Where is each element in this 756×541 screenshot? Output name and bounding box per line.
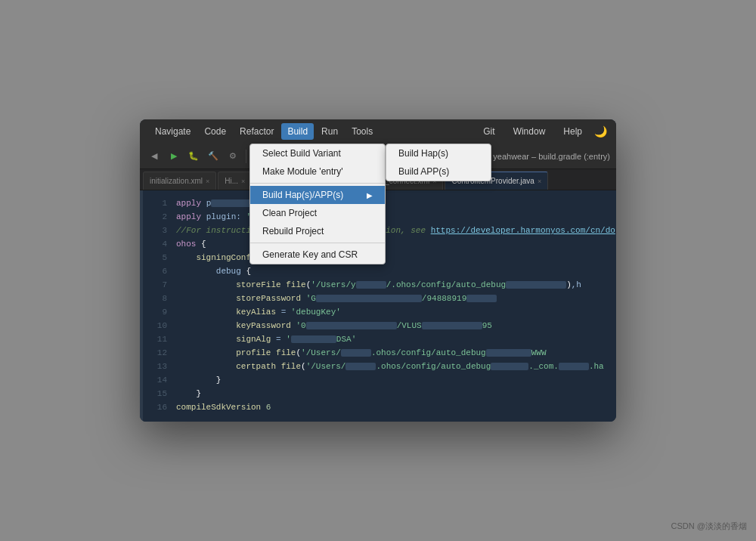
menu-item-rebuild-project[interactable]: Rebuild Project [250,222,385,240]
tab-hi[interactable]: Hi... × [218,172,252,190]
run-button[interactable]: ▶ [166,148,182,165]
code-line-13: certpath file('/Users/.ohos/config/auto_… [176,360,616,373]
menu-code[interactable]: Code [198,123,232,140]
code-line-2: apply plugin: 'com.huawei.ohos.hcctest' [176,210,616,224]
code-line-16: compileSdkVersion 6 [176,400,616,414]
menu-item-build-hap-app[interactable]: Build Hap(s)/APP(s) ▶ [250,186,385,204]
debug-button[interactable]: 🐛 [185,148,202,165]
menu-item-make-module[interactable]: Make Module 'entry' [250,162,385,181]
code-line-10: keyPassword '0/VLUS95 [176,319,616,332]
menu-navigate[interactable]: Navigate [149,123,197,140]
code-line-14: } [176,373,616,387]
menu-item-generate-key[interactable]: Generate Key and CSR [250,246,385,264]
menu-build[interactable]: Build [281,123,314,140]
menu-sep-2 [250,243,385,243]
line-numbers: 12345 678910 1112131415 16 [143,190,170,422]
dark-mode-icon[interactable]: 🌙 [594,125,607,138]
close-tab-hi[interactable]: × [241,178,245,185]
submenu-item-build-hap[interactable]: Build Hap(s) [386,144,491,162]
menu-git[interactable]: Git [477,123,500,140]
build-menu[interactable]: Select Build Variant Make Module 'entry'… [249,144,386,264]
code-line-11: signAlg = 'DSA' [176,332,616,346]
menu-sep-1 [250,183,385,184]
code-line-3: //For instructions on signature configur… [176,224,616,237]
menubar: Navigate Code Refactor Build Run Tools G… [140,119,616,144]
code-line-5: signingConfigs { [176,251,616,264]
build-button[interactable]: 🔨 [205,148,222,165]
submenu-arrow-icon: ▶ [367,191,373,199]
window-title: yeahwear – build.gradle (:entry) [493,152,610,161]
code-line-15: } [176,387,616,400]
watermark: CSDN @淡淡的香烟 [671,521,747,532]
submenu-item-build-app[interactable]: Build APP(s) [386,162,491,181]
code-editor[interactable]: apply p'p' apply plugin: 'com.huawei.oho… [170,190,616,422]
menu-tools[interactable]: Tools [345,123,379,140]
code-line-9: keyAlias = 'debugKey' [176,305,616,319]
code-line-1: apply p'p' [176,196,616,210]
code-line-12: profile file('/Users/.ohos/config/auto_d… [176,346,616,360]
menu-item-clean-project[interactable]: Clean Project [250,204,385,222]
tab-initialization[interactable]: initialization.xml × [143,172,216,190]
build-hap-submenu[interactable]: Build Hap(s) Build APP(s) [386,144,491,181]
menu-refactor[interactable]: Refactor [234,123,280,140]
menu-help[interactable]: Help [557,123,588,140]
close-tab-initialization[interactable]: × [206,178,209,185]
code-line-6: debug { [176,264,616,278]
menu-item-select-build-variant[interactable]: Select Build Variant [250,144,385,162]
menu-window[interactable]: Window [507,123,552,140]
code-line-4: ohos { [176,237,616,251]
back-button[interactable]: ◀ [146,148,163,165]
code-line-8: storePassword 'G/94888919 [176,292,616,305]
close-tab-controlitem[interactable]: × [538,178,541,185]
toolbar-sep-1 [246,150,246,163]
menu-run[interactable]: Run [315,123,344,140]
settings-button[interactable]: ⚙ [225,148,241,165]
code-line-7: storeFile file('/Users/y/.ohos/config/au… [176,278,616,292]
